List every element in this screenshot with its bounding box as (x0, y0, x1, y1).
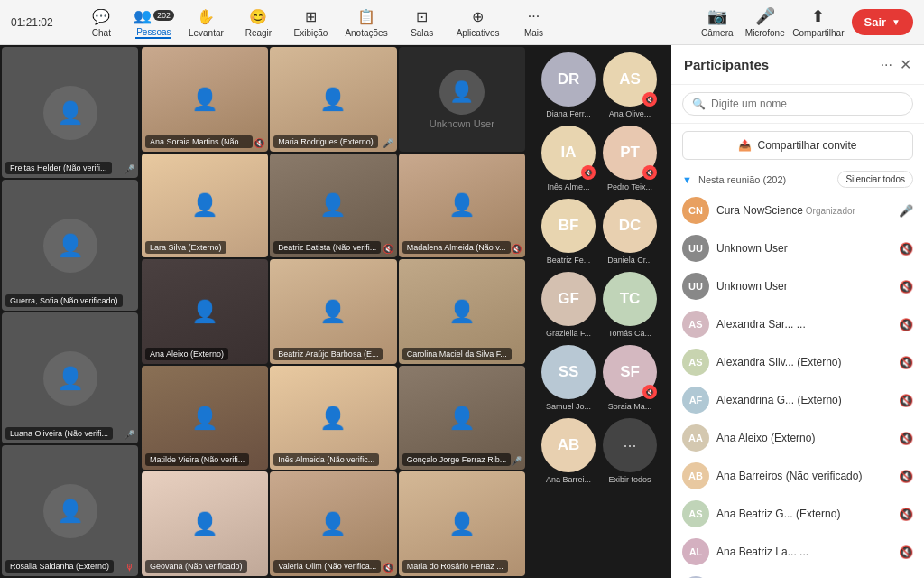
grid-cell-9: 👤 Matilde Vieira (Não verifi... (142, 366, 268, 471)
nav-exibicao-label: Exibição (293, 28, 328, 38)
nav-mais[interactable]: ··· Mais (515, 6, 551, 38)
bubble-name-as0: Ana Olive... (609, 109, 651, 118)
camera-control[interactable]: 📷 Câmera (697, 6, 737, 38)
participant-name-7: Ana Barreiros (Não verificado) (716, 470, 892, 482)
participant-item-0[interactable]: CN Cura NowScience Organizador 🎤 (671, 191, 924, 229)
cell-label-9: Matilde Vieira (Não verifi... (145, 453, 249, 466)
nav-reagir[interactable]: 😊 Reagir (240, 6, 276, 38)
nav-salas[interactable]: ⊡ Salas (404, 6, 440, 38)
grid-cell-8: 👤 Carolina Maciel da Silva F... (399, 259, 525, 364)
grid-cell-12: 👤 Geovana (Não verificado) (142, 471, 268, 576)
participant-bubbles: DR Diana Ferr... AS 🔇 Ana Olive... IA 🔇 … (527, 45, 671, 578)
cell-label-13: Valeria Olim (Não verifica... (273, 560, 381, 573)
cell-face-0: 👤 (161, 62, 249, 135)
more-icon: ··· (523, 6, 543, 26)
bubble-bf[interactable]: BF (541, 199, 596, 253)
participant-item-8[interactable]: AS Ana Beatriz G... (Externo) 🔇 (671, 495, 924, 533)
video-feed-rosalia: 👤 (2, 445, 138, 576)
bubble-name-ia: Inês Alme... (547, 182, 589, 191)
participant-name-1: Unknown User (716, 242, 892, 255)
nav-chat[interactable]: 💬 Chat (83, 6, 119, 38)
nav-exibicao[interactable]: ⊞ Exibição (292, 6, 328, 38)
participant-item-3[interactable]: AS Alexandra Sar... ... 🔇 (671, 305, 924, 343)
cell-label-10: Inês Almeida (Não verific... (273, 453, 379, 466)
meeting-controls: 📷 Câmera 🎤 Microfone ⬆ Compartilhar Sair… (697, 6, 913, 38)
bubble-container-as0[interactable]: AS 🔇 Ana Olive... (603, 52, 657, 118)
participant-mic-4: 🔇 (899, 356, 913, 369)
leave-button[interactable]: Sair ▼ (852, 9, 913, 35)
bubble-container-bf[interactable]: BF Beatriz Fe... (541, 199, 596, 265)
grid-cell-7: 👤 Beatriz Araújo Barbosa (E... (270, 259, 396, 364)
grid-cell-1: 👤 Maria Rodrigues (Externo) 🎤 (270, 47, 396, 152)
bubble-ab[interactable]: AB (541, 418, 596, 472)
search-box[interactable]: 🔍 (682, 92, 913, 116)
bubble-container-ia[interactable]: IA 🔇 Inês Alme... (541, 126, 596, 191)
show-all-button[interactable]: ··· (603, 418, 657, 472)
bubble-name-pt: Pedro Teix... (607, 182, 652, 191)
unknown-label-text: Unknown User (430, 118, 494, 129)
video-feed-luana: 👤 (2, 312, 138, 443)
participant-avatar-7: AB (682, 462, 709, 489)
participant-item-6[interactable]: AA Ana Aleixo (Externo) 🔇 (671, 419, 924, 457)
panel-header: Participantes ··· ✕ (671, 45, 924, 85)
participant-item-5[interactable]: AF Alexandrina G... (Externo) 🔇 (671, 381, 924, 419)
mic-status-helder: 🎤 (124, 164, 134, 174)
participant-mic-3: 🔇 (899, 318, 913, 331)
participant-item-1[interactable]: UU Unknown User 🔇 (671, 229, 924, 267)
cell-face-14: 👤 (435, 497, 489, 551)
mic-control[interactable]: 🎤 Microfone (744, 6, 785, 38)
bubble-as0[interactable]: AS 🔇 (603, 52, 657, 107)
cell-mic-1: 🎤 (383, 138, 393, 148)
share-control[interactable]: ⬆ Compartilhar (792, 6, 844, 38)
participant-mic-1: 🔇 (899, 242, 913, 256)
panel-header-actions: ··· ✕ (881, 56, 911, 73)
bubble-sf[interactable]: SF 🔇 (603, 345, 657, 399)
participant-avatar-6: AA (682, 424, 709, 452)
participant-item-10[interactable]: AM Ana Beatriz M... ... 🔇 (671, 571, 924, 578)
leave-label: Sair (864, 15, 887, 29)
nav-aplicativos[interactable]: ⊕ Aplicativos (457, 6, 500, 38)
bubble-container-showall[interactable]: ··· Exibir todos (603, 418, 657, 484)
participant-item-4[interactable]: AS Alexandra Silv... (Externo) 🔇 (671, 343, 924, 381)
mic-badge-as0: 🔇 (642, 92, 657, 107)
video-label-rosalia: Rosalia Saldanha (Externo) (5, 560, 114, 573)
participant-item-7[interactable]: AB Ana Barreiros (Não verificado) 🔇 (671, 457, 924, 495)
video-feed-sofia: 👤 (2, 180, 138, 311)
bubble-container-gf[interactable]: GF Graziella F... (541, 272, 596, 338)
participant-item-9[interactable]: AL Ana Beatriz La... ... 🔇 (671, 533, 924, 571)
nav-anotacoes[interactable]: 📋 Anotações (345, 6, 387, 38)
cell-face-6: 👤 (178, 284, 232, 339)
grid-cell-10: 👤 Inês Almeida (Não verific... (270, 366, 396, 471)
panel-more-button[interactable]: ··· (881, 57, 892, 73)
participant-item-2[interactable]: UU Unknown User 🔇 (671, 267, 924, 305)
video-label-sofia: Guerra, Sofia (Não verificado) (5, 294, 123, 307)
panel-close-button[interactable]: ✕ (900, 56, 911, 73)
bubble-container-sf[interactable]: SF 🔇 Soraia Ma... (603, 345, 657, 411)
search-input[interactable] (711, 98, 903, 110)
bubble-container-dc[interactable]: DC Daniela Cr... (603, 199, 657, 265)
grid-cell-4: 👤 Beatriz Batista (Não verifi... 🔇 (270, 154, 396, 258)
cell-face-9: 👤 (178, 391, 232, 445)
nav-levantar[interactable]: ✋ Levantar (188, 6, 224, 38)
bubble-container-tc[interactable]: TC Tomás Ca... (603, 272, 657, 338)
bubble-container-pt[interactable]: PT 🔇 Pedro Teix... (603, 126, 657, 191)
bubble-pt[interactable]: PT 🔇 (603, 126, 657, 180)
bubble-tc[interactable]: TC (603, 272, 657, 326)
bubble-container-ss[interactable]: SS Samuel Jo... (541, 345, 596, 411)
bubble-dc[interactable]: DC (603, 199, 657, 253)
grid-cell-6: 👤 Ana Aleixo (Externo) (142, 259, 268, 364)
silence-all-button[interactable]: Silenciar todos (837, 171, 913, 188)
bubble-container-ab[interactable]: AB Ana Barrei... (541, 418, 596, 484)
participant-mic-5: 🔇 (899, 394, 913, 407)
bubble-ia[interactable]: IA 🔇 (541, 126, 596, 180)
bubble-ss[interactable]: SS (541, 345, 596, 399)
video-cell-rosalia: 👤 Rosalia Saldanha (Externo) 🎙 (2, 445, 138, 576)
grid-cell-5: 👤 Madalena Almeida (Não v... 🔇 (399, 154, 525, 258)
bubble-dr[interactable]: DR (541, 52, 596, 107)
cell-face-3: 👤 (178, 178, 232, 232)
share-invite-button[interactable]: 📤 Compartilhar convite (682, 131, 913, 160)
share-label: Compartilhar (792, 28, 844, 38)
nav-pessoas[interactable]: 👥202 Pessoas (135, 5, 171, 39)
bubble-container-dr[interactable]: DR Diana Ferr... (541, 52, 596, 118)
bubble-gf[interactable]: GF (541, 272, 596, 326)
